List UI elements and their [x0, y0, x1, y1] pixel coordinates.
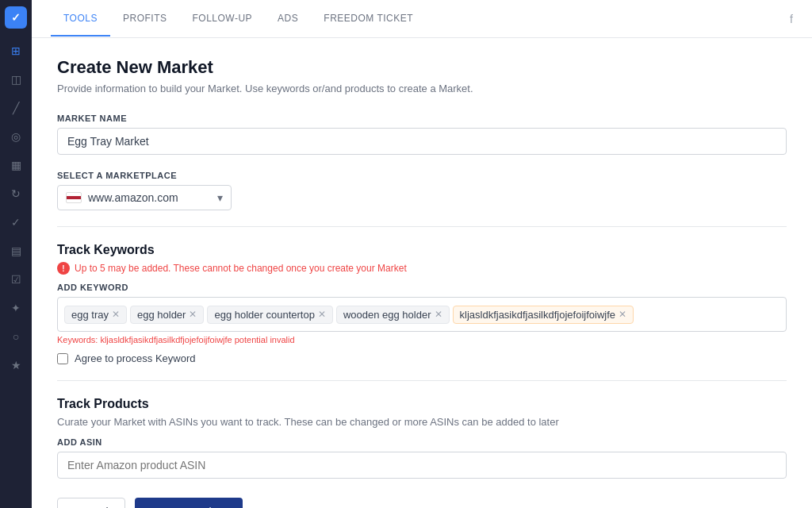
sidebar-icon-tool[interactable]: ✦: [3, 295, 29, 321]
keyword-text: wooden egg holder: [343, 309, 431, 321]
keyword-tag-egg-holder-countertop: egg holder countertop ✕: [207, 306, 332, 324]
keyword-text: egg holder: [137, 309, 186, 321]
sidebar-icon-home[interactable]: ⊞: [3, 38, 29, 64]
agree-checkbox-label: Agree to process Keyword: [75, 352, 195, 364]
sidebar-logo[interactable]: ✓: [5, 6, 27, 29]
sidebar-icon-bar[interactable]: ▦: [3, 152, 29, 178]
keyword-tag-invalid: kljasldkfjasikdfjasilkdfjojefoijfoiwjfe …: [453, 306, 634, 324]
page-content: Create New Market Provide information to…: [32, 38, 812, 508]
cancel-button[interactable]: Cancel: [57, 498, 125, 508]
chevron-down-icon: ▾: [217, 191, 223, 204]
top-navigation: TOOLS PROFITS FOLLOW-UP ADS FREEDOM TICK…: [32, 0, 812, 38]
remove-keyword-icon[interactable]: ✕: [189, 310, 197, 319]
keyword-tag-egg-holder: egg holder ✕: [130, 306, 204, 324]
add-asin-label: ADD ASIN: [57, 437, 787, 447]
products-section-title: Track Products: [57, 397, 787, 411]
create-market-button[interactable]: Create Market: [135, 498, 243, 508]
page-subtitle: Provide information to build your Market…: [57, 83, 787, 94]
tab-ads[interactable]: ADS: [265, 2, 311, 37]
marketplace-select[interactable]: www.amazon.com ▾: [57, 185, 232, 210]
keywords-section-title: Track Keywords: [57, 243, 787, 257]
sidebar-icon-doc[interactable]: ▤: [3, 238, 29, 264]
keyword-text: egg holder countertop: [214, 309, 314, 321]
warning-icon: !: [57, 262, 70, 275]
form-buttons: Cancel Create Market: [57, 498, 787, 508]
sidebar: ✓ ⊞ ◫ ╱ ◎ ▦ ↻ ✓ ▤ ☑ ✦ ○ ★: [0, 0, 32, 508]
tab-followup[interactable]: FOLLOW-UP: [179, 2, 265, 37]
keywords-warning: ! Up to 5 may be added. These cannot be …: [57, 262, 787, 275]
track-products-section: Track Products Curate your Market with A…: [57, 397, 787, 479]
keyword-tag-egg-tray: egg tray ✕: [64, 306, 127, 324]
facebook-icon[interactable]: f: [790, 13, 793, 25]
main-content: TOOLS PROFITS FOLLOW-UP ADS FREEDOM TICK…: [32, 0, 812, 508]
marketplace-value: www.amazon.com: [88, 191, 178, 204]
us-flag-icon: [66, 192, 82, 203]
tab-profits[interactable]: PROFITS: [110, 2, 180, 37]
asin-input[interactable]: [57, 452, 787, 479]
page-title: Create New Market: [57, 57, 787, 78]
sidebar-icon-check[interactable]: ✓: [3, 210, 29, 235]
track-keywords-section: Track Keywords ! Up to 5 may be added. T…: [57, 243, 787, 364]
keyword-error-hint: Keywords: kljasldkfjasikdfjasilkdfjojefo…: [57, 335, 787, 344]
tab-freedom-ticket[interactable]: FREEDOM TICKET: [311, 2, 426, 37]
divider-2: [57, 380, 787, 381]
keyword-tag-wooden-egg-holder: wooden egg holder ✕: [336, 306, 450, 324]
keywords-area[interactable]: egg tray ✕ egg holder ✕ egg holder count…: [57, 297, 787, 332]
products-subtitle: Curate your Market with ASINs you want t…: [57, 416, 787, 428]
sidebar-icon-refresh[interactable]: ↻: [3, 181, 29, 206]
sidebar-icon-target[interactable]: ◎: [3, 124, 29, 149]
topnav-icons: f: [790, 13, 793, 25]
sidebar-icon-graph[interactable]: ╱: [3, 95, 29, 121]
remove-keyword-icon[interactable]: ✕: [318, 310, 326, 319]
market-name-group: MARKET NAME: [57, 114, 787, 155]
marketplace-group: SELECT A MARKETPLACE www.amazon.com ▾: [57, 171, 787, 210]
sidebar-icon-star[interactable]: ★: [3, 352, 29, 378]
sidebar-icon-circle[interactable]: ○: [3, 324, 29, 349]
tab-tools[interactable]: TOOLS: [51, 2, 110, 37]
market-name-input[interactable]: [57, 128, 787, 155]
keyword-text: egg tray: [71, 309, 109, 321]
market-name-label: MARKET NAME: [57, 114, 787, 123]
marketplace-label: SELECT A MARKETPLACE: [57, 171, 787, 180]
keyword-text: kljasldkfjasikdfjasilkdfjojefoijfoiwjfe: [460, 309, 616, 321]
nav-tabs: TOOLS PROFITS FOLLOW-UP ADS FREEDOM TICK…: [51, 2, 426, 37]
agree-checkbox[interactable]: [57, 353, 68, 364]
remove-keyword-icon[interactable]: ✕: [619, 310, 626, 319]
sidebar-icon-chart[interactable]: ◫: [3, 67, 29, 92]
remove-keyword-icon[interactable]: ✕: [435, 310, 442, 319]
sidebar-icon-task[interactable]: ☑: [3, 267, 29, 292]
agree-checkbox-row: Agree to process Keyword: [57, 352, 787, 364]
keywords-warning-text: Up to 5 may be added. These cannot be ch…: [75, 263, 407, 274]
divider-1: [57, 226, 787, 227]
add-keyword-label: ADD KEYWORD: [57, 283, 787, 292]
remove-keyword-icon[interactable]: ✕: [112, 310, 120, 319]
